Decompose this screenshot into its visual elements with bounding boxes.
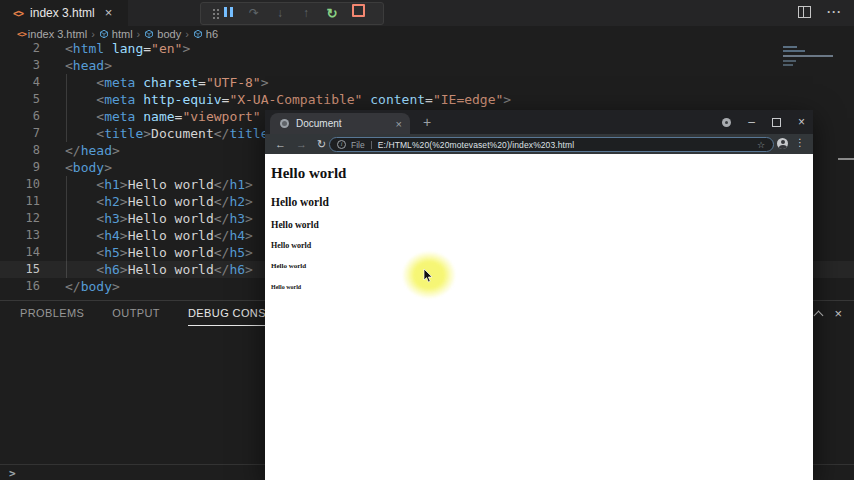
breadcrumb-item-body[interactable]: body [144,28,181,40]
panel-tab-problems[interactable]: PROBLEMS [20,307,84,326]
minimap [783,55,833,57]
minimap [783,60,796,62]
line-number: 12 [0,210,40,227]
browser-menu-icon[interactable]: ⋮ [795,137,805,148]
mouse-cursor [423,269,434,284]
breadcrumb-separator: › [91,28,95,40]
media-control-icon[interactable] [722,118,731,127]
code-text: <h5>Hello world</h5> [65,244,253,261]
code-text: <h3>Hello world</h3> [65,210,253,227]
code-line-2[interactable]: 2<html lang="en"> [0,42,854,57]
minimap [783,50,805,52]
restart-button[interactable]: ↻ [319,4,345,23]
code-text: <head> [65,57,112,74]
bookmark-star-icon[interactable]: ☆ [757,140,765,150]
forward-button: → [296,138,307,150]
back-button[interactable]: ← [275,138,286,150]
line-number: 10 [0,176,40,193]
window-close-button[interactable]: × [798,117,805,127]
line-number: 7 [0,125,40,142]
breadcrumb-separator: › [185,28,189,40]
url-divider [371,141,372,149]
code-text: <body> [65,159,112,176]
stop-button[interactable] [345,4,371,23]
screen: <> index 3.html × ↷ ↓ ↑ ↻ ··· <> index 3… [0,0,854,480]
line-number: 16 [0,278,40,295]
debug-toolbar: ↷ ↓ ↑ ↻ [200,2,384,25]
line-number: 13 [0,227,40,244]
tab-label: index 3.html [30,6,95,20]
code-line-5[interactable]: 5 <meta http-equiv="X-UA-Compatible" con… [0,91,854,108]
page-favicon [280,119,289,128]
browser-tab-document[interactable]: Document × [270,113,410,134]
breadcrumb-item-html[interactable]: html [99,28,133,40]
minimap [783,64,793,66]
code-line-4[interactable]: 4 <meta charset="UTF-8"> [0,74,854,91]
step-over-button[interactable]: ↷ [241,4,267,23]
browser-tab-close-icon[interactable]: × [396,120,402,128]
line-number: 9 [0,159,40,176]
line-number: 4 [0,74,40,91]
panel-close-icon[interactable]: × [834,309,842,319]
url-text[interactable]: E:/HTML%20(%20motevaset%20)/index%203.ht… [378,140,574,150]
code-text: <h1>Hello world</h1> [65,176,253,193]
step-into-button[interactable]: ↓ [267,4,293,23]
code-text: <h2>Hello world</h2> [65,193,253,210]
rendered-h5: Hello world [271,263,306,271]
rendered-page: Hello worldHello worldHello worldHello w… [265,154,813,480]
split-editor-icon[interactable] [798,6,811,18]
code-text: <h6>Hello world</h6> [65,261,253,278]
browser-window: Document × + – × ← → ↻ i File E:/HTML%20… [265,110,813,480]
code-text: </head> [65,142,120,159]
line-number: 15 [0,261,40,278]
code-text: <html lang="en"> [65,42,190,57]
code-text: <meta charset="UTF-8"> [65,74,269,91]
breadcrumb-file[interactable]: index 3.html [28,28,87,40]
rendered-h3: Hello world [271,220,319,230]
line-number: 2 [0,42,40,57]
reload-button[interactable]: ↻ [317,138,326,151]
browser-tab-strip: Document × + – × [265,110,813,134]
code-text: <h4>Hello world</h4> [65,227,253,244]
more-actions-icon[interactable]: ··· [827,8,842,16]
rendered-h2: Hello world [271,196,329,209]
line-number: 3 [0,57,40,74]
tab-index3-html[interactable]: <> index 3.html × [0,0,128,26]
line-number: 8 [0,142,40,159]
window-minimize-button[interactable]: – [748,119,755,125]
code-text: <title>Document</title> [65,125,276,142]
window-maximize-button[interactable] [772,118,781,127]
tab-close-icon[interactable]: × [105,8,113,18]
line-number: 14 [0,244,40,261]
breadcrumb-item-h6[interactable]: h6 [193,28,218,40]
profile-avatar-icon[interactable] [777,138,788,149]
pause-button[interactable] [215,4,241,23]
rendered-h1: Hello world [271,165,346,182]
breadcrumb[interactable]: <> index 3.html ›html›body›h6 [0,26,854,42]
step-out-button[interactable]: ↑ [293,4,319,23]
line-number: 11 [0,193,40,210]
new-tab-button[interactable]: + [423,115,431,129]
rendered-h6: Hello world [271,284,301,291]
browser-tab-title: Document [296,118,396,129]
line-number: 6 [0,108,40,125]
address-bar[interactable]: i File E:/HTML%20(%20motevaset%20)/index… [329,137,774,152]
browser-toolbar: ← → ↻ i File E:/HTML%20(%20motevaset%20)… [265,134,813,154]
code-line-3[interactable]: 3<head> [0,57,854,74]
drag-grip-icon[interactable] [213,9,215,11]
page-info-icon[interactable]: i [337,140,346,149]
console-prompt: > [9,467,16,480]
code-text: </body> [65,278,120,295]
panel-maximize-icon[interactable] [814,311,824,321]
breadcrumb-separator: › [137,28,141,40]
html-file-icon: <> [17,29,26,39]
url-scheme-label: File [351,140,365,150]
minimap[interactable] [783,46,797,48]
panel-tab-output[interactable]: OUTPUT [112,307,160,326]
html-file-icon: <> [13,8,23,19]
editor-tab-bar: <> index 3.html × ↷ ↓ ↑ ↻ ··· [0,0,854,26]
code-text: <meta http-equiv="X-UA-Compatible" conte… [65,91,511,108]
rendered-h4: Hello world [271,242,311,251]
line-number: 5 [0,91,40,108]
scrollbar-marker[interactable] [838,158,854,160]
